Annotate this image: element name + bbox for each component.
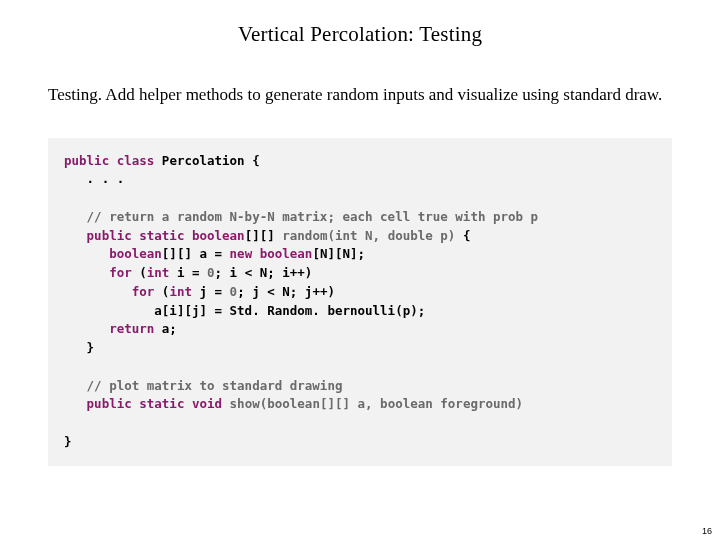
stmt-bernoulli: a[i][j] = Std. Random. bernoulli(p);	[64, 303, 425, 318]
slide: Vertical Percolation: Testing Testing. A…	[0, 0, 720, 540]
body-rest: Add helper methods to generate random in…	[102, 85, 662, 104]
lead-word: Testing.	[48, 85, 102, 104]
page-number: 16	[702, 526, 712, 536]
body-text: Testing. Add helper methods to generate …	[0, 47, 720, 108]
code-pre: public class Percolation { . . . // retu…	[64, 152, 656, 452]
class-decl: Percolation {	[154, 153, 259, 168]
ellipsis: . . .	[64, 171, 124, 186]
class-close: }	[64, 434, 72, 449]
code-block: public class Percolation { . . . // retu…	[48, 138, 672, 466]
slide-title: Vertical Percolation: Testing	[0, 0, 720, 47]
kw-public: public	[64, 153, 109, 168]
comment-random: // return a random N-by-N matrix; each c…	[87, 209, 539, 224]
sig-show: show(boolean[][] a, boolean foreground)	[230, 396, 524, 411]
sig-random: random(int N, double p)	[282, 228, 455, 243]
comment-show: // plot matrix to standard drawing	[87, 378, 343, 393]
kw-class: class	[117, 153, 155, 168]
